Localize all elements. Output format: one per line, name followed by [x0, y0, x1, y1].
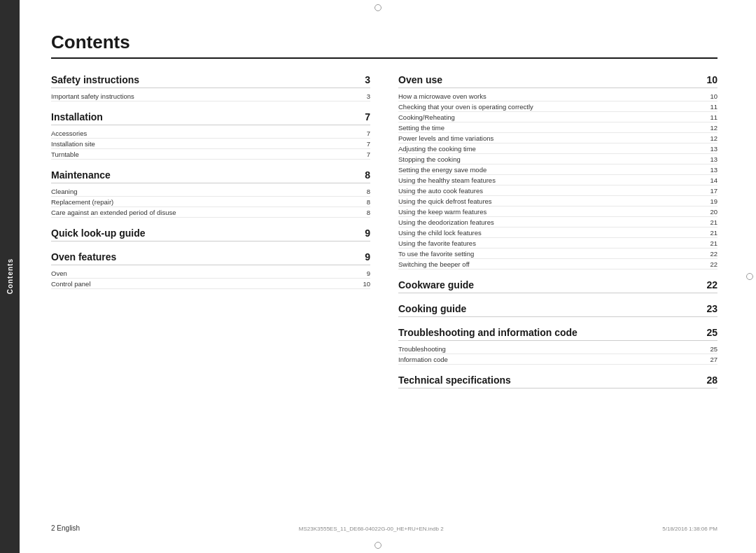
list-item: Accessories7 — [51, 128, 370, 139]
section-heading-3: Troubleshooting and information code25 — [398, 327, 718, 341]
list-item: Using the auto cook features17 — [398, 186, 718, 196]
section-heading-2: Cooking guide23 — [398, 303, 718, 317]
section-page-1: 7 — [365, 111, 370, 122]
list-item: Setting the time12 — [398, 122, 718, 133]
columns: Safety instructions3Important safety ins… — [51, 74, 718, 509]
section-heading-1: Installation7 — [51, 111, 370, 125]
sub-item-page: 20 — [710, 208, 718, 216]
section-title-0: Safety instructions — [51, 74, 139, 85]
sub-item-label: Turntable — [51, 150, 79, 158]
sub-item-page: 21 — [710, 218, 718, 226]
section-page-3: 25 — [706, 327, 718, 338]
sub-item-label: Using the auto cook features — [398, 187, 483, 195]
sub-item-label: Stopping the cooking — [398, 155, 461, 163]
sub-item-label: Replacement (repair) — [51, 198, 113, 206]
footer-filename: MS23K3555ES_11_DE68-04022G-00_HE+RU+EN.i… — [299, 526, 444, 532]
sub-item-page: 27 — [710, 356, 718, 363]
sub-item-label: Setting the time — [398, 124, 444, 132]
list-item: Checking that your oven is operating cor… — [398, 102, 718, 112]
sub-item-page: 8 — [367, 198, 370, 206]
section-page-4: 28 — [706, 374, 718, 386]
section-title-1: Installation — [51, 111, 103, 122]
sub-item-label: How a microwave oven works — [398, 92, 486, 100]
sub-item-label: Using the favorite features — [398, 239, 476, 247]
sub-item-label: Cleaning — [51, 188, 78, 195]
section-title-4: Technical specifications — [398, 374, 511, 386]
sub-item-label: Accessories — [51, 130, 87, 137]
list-item: Information code27 — [398, 354, 718, 365]
sub-item-label: Switching the beeper off — [398, 260, 470, 268]
sub-item-label: Information code — [398, 356, 448, 363]
sub-item-page: 10 — [363, 280, 370, 288]
section-heading-4: Technical specifications28 — [398, 374, 718, 388]
section-title-1: Cookware guide — [398, 279, 474, 290]
sub-item-label: Troubleshooting — [398, 345, 446, 353]
sub-item-label: To use the favorite setting — [398, 250, 474, 258]
main-content: Contents Safety instructions3Important s… — [20, 0, 756, 553]
section-title-2: Cooking guide — [398, 303, 466, 314]
sub-item-label: Using the child lock features — [398, 229, 482, 237]
sub-item-page: 8 — [367, 188, 370, 195]
sub-item-page: 21 — [710, 229, 718, 237]
sub-item-page: 8 — [367, 209, 370, 216]
crop-mark-bottom — [374, 542, 382, 549]
sub-item-label: Important safety instructions — [51, 92, 134, 100]
list-item: Setting the energy save mode13 — [398, 164, 718, 175]
list-item: Adjusting the cooking time13 — [398, 144, 718, 154]
sub-item-page: 7 — [367, 140, 370, 148]
section-page-0: 10 — [706, 74, 718, 85]
list-item: Using the keep warm features20 — [398, 206, 718, 217]
section-page-2: 8 — [365, 169, 370, 181]
sub-item-page: 3 — [367, 92, 370, 100]
sub-item-page: 13 — [710, 155, 718, 163]
page-title: Contents — [51, 31, 718, 53]
section-heading-1: Cookware guide22 — [398, 279, 718, 293]
section-heading-2: Maintenance8 — [51, 169, 370, 183]
section-page-4: 9 — [365, 251, 370, 262]
page: Contents Contents Safety instructions3Im… — [0, 0, 756, 553]
list-item: Using the deodorization features21 — [398, 217, 718, 227]
footer: 2 English MS23K3555ES_11_DE68-04022G-00_… — [51, 520, 718, 532]
sub-item-page: 22 — [710, 250, 718, 258]
section-page-1: 22 — [706, 279, 718, 290]
sub-item-page: 9 — [367, 270, 370, 277]
crop-mark-right — [746, 273, 753, 280]
list-item: To use the favorite setting22 — [398, 248, 718, 259]
left-column: Safety instructions3Important safety ins… — [51, 74, 370, 509]
sub-item-page: 13 — [710, 166, 718, 174]
list-item: Important safety instructions3 — [51, 91, 370, 102]
sub-item-page: 10 — [710, 92, 718, 100]
list-item: Cooking/Reheating11 — [398, 112, 718, 122]
sub-item-page: 19 — [710, 197, 718, 205]
sub-item-page: 14 — [710, 176, 718, 184]
sub-item-label: Power levels and time variations — [398, 134, 493, 142]
side-tab-label: Contents — [6, 258, 14, 294]
section-title-2: Maintenance — [51, 169, 111, 181]
section-heading-0: Oven use10 — [398, 74, 718, 88]
sub-item-label: Oven — [51, 270, 67, 277]
sub-item-page: 11 — [710, 113, 718, 121]
sub-item-label: Control panel — [51, 280, 91, 288]
list-item: Control panel10 — [51, 279, 370, 289]
list-item: Cleaning8 — [51, 186, 370, 197]
sub-item-label: Adjusting the cooking time — [398, 145, 476, 153]
list-item: Installation site7 — [51, 139, 370, 149]
list-item: Troubleshooting25 — [398, 344, 718, 354]
sub-item-label: Setting the energy save mode — [398, 166, 486, 174]
sub-item-label: Using the quick defrost features — [398, 197, 492, 205]
list-item: Oven9 — [51, 268, 370, 279]
sub-item-page: 17 — [710, 187, 718, 195]
sub-item-label: Cooking/Reheating — [398, 113, 455, 121]
sub-item-page: 25 — [710, 345, 718, 353]
sub-item-label: Care against an extended period of disus… — [51, 209, 176, 216]
sub-item-label: Checking that your oven is operating cor… — [398, 103, 533, 111]
section-title-0: Oven use — [398, 74, 442, 85]
list-item: How a microwave oven works10 — [398, 91, 718, 102]
sub-item-page: 13 — [710, 145, 718, 153]
list-item: Care against an extended period of disus… — [51, 207, 370, 218]
sub-item-label: Using the deodorization features — [398, 218, 494, 226]
section-title-4: Oven features — [51, 251, 116, 262]
list-item: Switching the beeper off22 — [398, 259, 718, 270]
section-title-3: Quick look-up guide — [51, 227, 146, 239]
list-item: Power levels and time variations12 — [398, 133, 718, 144]
